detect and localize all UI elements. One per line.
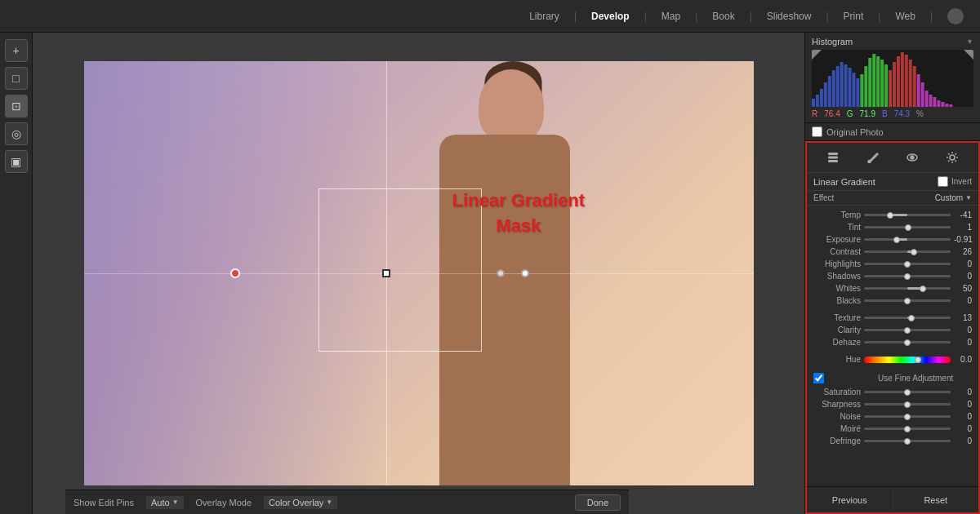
hue-slider-track[interactable] <box>864 357 951 363</box>
slider-thumb-sharpness <box>904 401 911 408</box>
slider-track-clarity[interactable] <box>864 329 951 331</box>
nav-develop[interactable]: Develop <box>591 11 630 22</box>
svg-rect-38 <box>828 157 838 159</box>
slider-label-moiré: Moiré <box>813 424 861 433</box>
effect-label: Effect <box>813 193 834 202</box>
invert-checkbox[interactable] <box>938 176 948 187</box>
slider-row: Moiré0 <box>807 423 978 435</box>
nav-web[interactable]: Web <box>895 11 915 22</box>
svg-rect-16 <box>876 56 880 107</box>
hist-g-value: 71.9 <box>859 109 875 118</box>
canvas-area: Linear Gradient Mask Show Edit Pins Auto… <box>33 33 804 514</box>
mask-center-point[interactable] <box>230 268 240 278</box>
slider-value-tint: 1 <box>954 223 972 232</box>
hist-b-value: 74.3 <box>894 109 910 118</box>
nav-book[interactable]: Book <box>712 11 734 22</box>
slider-track-defringe[interactable] <box>864 440 951 442</box>
slider-row: Exposure-0.91 <box>807 233 978 246</box>
slider-track-exposure[interactable] <box>864 238 951 241</box>
slider-track-contrast[interactable] <box>864 250 951 253</box>
histogram-collapse-arrow[interactable]: ▼ <box>966 38 973 46</box>
heal-tool-button[interactable]: ◎ <box>5 122 28 145</box>
overlay-mode-dropdown[interactable]: Color Overlay ▼ <box>264 496 337 509</box>
mask-point-2[interactable] <box>521 269 529 277</box>
slider-row: Saturation0 <box>807 386 978 398</box>
rect-tool-button[interactable]: □ <box>5 67 28 90</box>
fine-adjustment-checkbox[interactable] <box>813 373 824 383</box>
account-icon[interactable] <box>947 8 964 24</box>
svg-rect-4 <box>828 76 831 107</box>
slider-row: Sharpness0 <box>807 398 978 410</box>
slider-thumb-contrast <box>911 249 917 255</box>
mask-point-1[interactable] <box>497 269 505 277</box>
original-photo-row: Original Photo <box>805 123 980 141</box>
svg-rect-23 <box>905 55 908 107</box>
slider-track-shadows[interactable] <box>864 275 951 277</box>
mask-label: Linear Gradient Mask <box>452 188 586 239</box>
slider-track-texture[interactable] <box>864 317 951 319</box>
nav-slideshow[interactable]: Slideshow <box>767 11 812 22</box>
slider-track-highlights[interactable] <box>864 263 951 265</box>
svg-rect-32 <box>941 102 944 107</box>
slider-thumb-dehaze <box>904 339 911 346</box>
svg-rect-37 <box>828 153 838 155</box>
slider-track-temp[interactable] <box>864 214 951 216</box>
effect-row: Effect Custom ▼ <box>807 191 978 206</box>
zoom-in-button[interactable]: + <box>5 39 28 62</box>
slider-label-blacks: Blacks <box>813 296 861 305</box>
mask-icon-brush[interactable] <box>863 148 883 167</box>
person-head <box>479 69 544 143</box>
slider-label-saturation: Saturation <box>813 388 861 397</box>
slider-label-noise: Noise <box>813 412 861 421</box>
crop-tool-button[interactable]: ⊡ <box>5 95 28 117</box>
slider-track-saturation[interactable] <box>864 391 951 393</box>
slider-track-sharpness[interactable] <box>864 403 951 405</box>
svg-rect-8 <box>844 64 848 107</box>
slider-label-temp: Temp <box>813 210 861 219</box>
original-photo-checkbox[interactable] <box>812 126 822 137</box>
slider-label-whites: Whites <box>813 284 861 293</box>
svg-rect-10 <box>853 73 856 107</box>
svg-rect-27 <box>921 82 924 107</box>
slider-track-moiré[interactable] <box>864 428 951 430</box>
reset-button[interactable]: Reset <box>893 487 979 512</box>
slider-value-hue: 0.0 <box>954 355 972 364</box>
slider-thumb-saturation <box>904 389 911 396</box>
slider-thumb-whites <box>920 286 926 292</box>
slider-track-noise[interactable] <box>864 415 951 418</box>
previous-button[interactable]: Previous <box>807 487 893 512</box>
slider-thumb-texture <box>908 315 915 321</box>
svg-rect-39 <box>828 160 838 162</box>
slider-value-blacks: 0 <box>954 296 972 305</box>
svg-rect-14 <box>868 58 871 107</box>
effect-dropdown[interactable]: Custom ▼ <box>935 193 972 202</box>
svg-rect-24 <box>909 60 912 107</box>
overlay-mode-label: Overlay Mode <box>196 498 252 507</box>
show-edit-pins-dropdown[interactable]: Auto ▼ <box>146 496 184 509</box>
hist-r-label: R <box>812 109 817 118</box>
invert-label: Invert <box>951 177 972 186</box>
svg-rect-15 <box>872 54 875 107</box>
slider-thumb-noise <box>904 414 911 420</box>
done-button[interactable]: Done <box>575 494 621 511</box>
mask-icon-layers[interactable] <box>823 148 843 167</box>
bottom-bar: Show Edit Pins Auto ▼ Overlay Mode Color… <box>65 490 629 514</box>
slider-row: Temp-41 <box>807 209 978 221</box>
mask-icon-settings[interactable] <box>942 148 962 167</box>
nav-map[interactable]: Map <box>662 11 680 22</box>
mask-tool-button[interactable]: ▣ <box>5 150 28 173</box>
svg-rect-31 <box>937 100 940 107</box>
nav-print[interactable]: Print <box>844 11 864 22</box>
mask-icon-eye[interactable] <box>902 148 922 167</box>
slider-track-tint[interactable] <box>864 226 951 228</box>
slider-label-exposure: Exposure <box>813 235 861 244</box>
hist-g-label: G <box>847 109 853 118</box>
slider-value-texture: 13 <box>954 313 972 322</box>
slider-track-dehaze[interactable] <box>864 341 951 343</box>
svg-rect-9 <box>849 68 852 107</box>
slider-track-whites[interactable] <box>864 287 951 290</box>
slider-track-blacks[interactable] <box>864 299 951 302</box>
slider-value-saturation: 0 <box>954 388 972 397</box>
slider-thumb-tint <box>905 224 911 231</box>
nav-library[interactable]: Library <box>529 11 559 22</box>
